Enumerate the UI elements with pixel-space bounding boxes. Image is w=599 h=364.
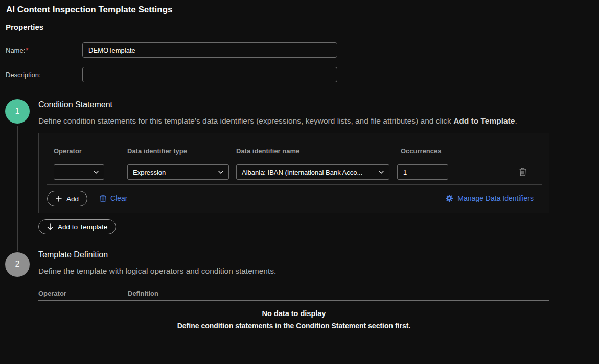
occurrences-input[interactable] <box>397 164 448 180</box>
add-button-label: Add <box>66 195 79 203</box>
table-row-divider <box>47 184 542 185</box>
description-period: . <box>515 116 517 125</box>
description-text: Define condition statements for this tem… <box>38 116 453 125</box>
add-to-template-button[interactable]: Add to Template <box>38 219 116 234</box>
plus-icon <box>56 196 62 202</box>
required-asterisk: * <box>26 46 28 54</box>
data-identifier-name-select[interactable]: Albania: IBAN (International Bank Acco..… <box>236 164 389 180</box>
add-button[interactable]: Add <box>47 191 87 206</box>
column-header-occurrences: Occurrences <box>401 147 442 155</box>
definition-column-header-operator: Operator <box>38 289 66 297</box>
manage-data-identifiers-link[interactable]: Manage Data Identifiers <box>445 194 534 202</box>
definition-column-header-definition: Definition <box>128 289 158 297</box>
column-header-data-identifier-type: Data identifier type <box>127 147 187 155</box>
gear-icon <box>445 194 453 202</box>
chevron-down-icon <box>218 171 223 174</box>
empty-state-message: Define condition statements in the Condi… <box>38 322 549 330</box>
name-label: Name:* <box>6 46 28 54</box>
empty-state-title: No data to display <box>38 309 549 318</box>
chevron-down-icon <box>379 171 384 174</box>
manage-data-identifiers-label: Manage Data Identifiers <box>457 194 534 202</box>
data-identifier-type-value: Expression <box>133 168 166 176</box>
template-definition-description: Define the template with logical operato… <box>38 266 595 276</box>
condition-statement-panel: Operator Data identifier type Data ident… <box>38 133 549 213</box>
name-input[interactable] <box>82 42 337 58</box>
definition-table-divider <box>38 300 549 301</box>
header-divider <box>0 91 599 91</box>
description-label: Description: <box>6 71 41 79</box>
description-input[interactable] <box>82 67 337 82</box>
template-definition-heading: Template Definition <box>38 250 108 259</box>
operator-select[interactable] <box>54 164 104 180</box>
trash-icon <box>100 195 106 202</box>
delete-row-trash-icon[interactable] <box>519 168 526 176</box>
table-header-divider <box>47 159 542 159</box>
template-settings-page: AI Content Inspection Template Settings … <box>0 0 599 364</box>
condition-statement-description: Define condition statements for this tem… <box>38 116 595 126</box>
properties-heading: Properties <box>6 22 43 31</box>
clear-link[interactable]: Clear <box>100 194 127 202</box>
page-title: AI Content Inspection Template Settings <box>6 5 173 15</box>
chevron-down-icon <box>94 171 99 174</box>
step-2-badge: 2 <box>5 252 30 277</box>
name-label-text: Name: <box>6 46 25 54</box>
step-connector-line <box>17 126 18 251</box>
data-identifier-name-value: Albania: IBAN (International Bank Acco..… <box>242 168 362 176</box>
column-header-operator: Operator <box>54 147 82 155</box>
step-1-badge: 1 <box>5 99 30 124</box>
down-arrow-icon <box>47 223 53 230</box>
condition-statement-heading: Condition Statement <box>38 100 112 109</box>
data-identifier-type-select[interactable]: Expression <box>127 164 229 180</box>
column-header-data-identifier-name: Data identifier name <box>236 147 300 155</box>
clear-link-label: Clear <box>110 194 127 202</box>
description-bold-text: Add to Template <box>453 116 515 125</box>
add-to-template-label: Add to Template <box>58 223 107 231</box>
